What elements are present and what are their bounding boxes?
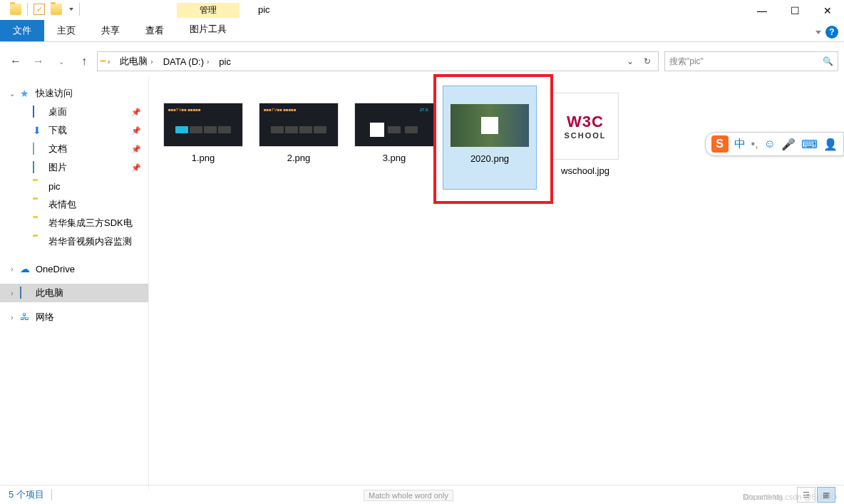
back-button[interactable]: ←	[6, 51, 26, 71]
search-input[interactable]: 搜索"pic" 🔍	[664, 51, 838, 71]
breadcrumb-label: 此电脑	[120, 55, 148, 68]
tree-item-documents[interactable]: 文档📌	[0, 140, 148, 158]
quick-access-toolbar: ✓	[0, 0, 80, 19]
recent-locations-icon[interactable]: ⌄	[51, 51, 71, 71]
breadcrumb-item[interactable]: DATA (D:)›	[160, 52, 215, 71]
tree-label: 桌面	[48, 106, 67, 118]
tree-item-pictures[interactable]: 图片📌	[0, 158, 148, 177]
tree-quick-access[interactable]: ⌄ ★ 快速访问	[0, 84, 148, 103]
close-button[interactable]: ✕	[811, 0, 844, 21]
address-dropdown-icon[interactable]: ⌄	[622, 53, 638, 69]
tree-this-pc[interactable]: ›此电脑	[0, 284, 148, 302]
folder-icon[interactable]	[51, 4, 62, 15]
file-name: 2.png	[287, 153, 311, 163]
thumbnail	[450, 103, 530, 148]
search-placeholder: 搜索"pic"	[669, 56, 704, 68]
ime-punct-icon[interactable]: •,	[751, 138, 758, 150]
tab-home[interactable]: 主页	[44, 20, 88, 41]
separator	[79, 3, 80, 16]
navigation-pane: ⌄ ★ 快速访问 桌面📌 ⬇下载📌 文档📌 图片📌 pic 表情包 岩华集成三方…	[0, 77, 149, 490]
window-title: pic	[258, 4, 270, 15]
tree-item-folder[interactable]: 表情包	[0, 195, 148, 214]
tab-share[interactable]: 共享	[88, 20, 133, 41]
properties-check-icon[interactable]: ✓	[34, 4, 45, 15]
chevron-right-icon[interactable]: ›	[9, 265, 16, 273]
w3c-logo-text: W3C	[567, 113, 604, 131]
chevron-right-icon[interactable]: ›	[9, 314, 16, 322]
titlebar: ✓ pic — ☐ ✕ 文件 主页 共享 查看 管理 图片工具 ?	[0, 0, 844, 41]
tree-label: 岩华集成三方SDK电	[48, 217, 133, 230]
tab-file[interactable]: 文件	[0, 20, 44, 41]
document-icon	[33, 143, 44, 155]
refresh-icon[interactable]: ↻	[639, 53, 655, 69]
thumbnail: ■■■TV■■ ■■■■■	[163, 103, 243, 147]
ribbon-collapse-icon[interactable]	[815, 31, 821, 34]
separator	[27, 3, 28, 16]
breadcrumb-label: DATA (D:)	[163, 56, 204, 67]
forward-button[interactable]: →	[29, 51, 48, 71]
tree-item-downloads[interactable]: ⬇下载📌	[0, 121, 148, 140]
file-name: 3.png	[383, 153, 406, 163]
qat-dropdown-icon[interactable]	[69, 8, 73, 11]
thumbnail: W3CSCHOOL	[552, 93, 619, 160]
navigation-bar: ← → ⌄ ↑ › 此电脑› DATA (D:)› pic ⌄ ↻ 搜索"pic…	[0, 46, 844, 77]
ime-language[interactable]: 中	[734, 137, 746, 152]
separator	[51, 489, 52, 500]
tab-picture-tools[interactable]: 图片工具	[177, 19, 240, 41]
ime-mic-icon[interactable]: 🎤	[781, 138, 796, 151]
file-item-selected[interactable]: 2020.png	[443, 86, 537, 190]
pin-icon: 📌	[131, 145, 141, 154]
tree-onedrive[interactable]: ›☁OneDrive	[0, 259, 148, 278]
tab-view[interactable]: 查看	[133, 20, 177, 41]
folder-icon	[10, 4, 21, 15]
folder-icon	[33, 236, 44, 247]
cloud-icon: ☁	[20, 263, 31, 274]
file-name: wschool.jpg	[561, 165, 609, 176]
pin-icon: 📌	[131, 163, 141, 173]
ime-toolbar[interactable]: S 中 •, ☺ 🎤 ⌨ 👤	[705, 132, 844, 156]
item-count: 5 个项目	[9, 488, 44, 501]
tree-label: pic	[48, 181, 61, 192]
desktop-icon	[33, 106, 44, 118]
download-icon: ⬇	[33, 125, 44, 136]
minimize-button[interactable]: —	[746, 0, 778, 21]
thumbnail: 27.0.	[354, 103, 434, 147]
file-item[interactable]: W3CSCHOOL wschool.jpg	[538, 86, 632, 190]
tree-item-folder[interactable]: 岩华集成三方SDK电	[0, 214, 148, 232]
tree-item-desktop[interactable]: 桌面📌	[0, 103, 148, 121]
tree-label: 下载	[48, 124, 67, 137]
tree-network[interactable]: ›🖧网络	[0, 308, 148, 326]
chevron-right-icon[interactable]: ›	[9, 289, 16, 297]
file-item[interactable]: ■■■TV■■ ■■■■■ 1.png	[156, 86, 250, 190]
sogou-icon[interactable]: S	[711, 135, 729, 153]
tree-label: 此电脑	[36, 287, 63, 299]
breadcrumb-item[interactable]: pic	[216, 52, 234, 71]
ribbon-border	[0, 41, 844, 42]
pc-icon	[20, 287, 31, 299]
thumbnail: ■■■TV■■ ■■■■■	[259, 103, 339, 147]
explorer-window: ✓ pic — ☐ ✕ 文件 主页 共享 查看 管理 图片工具 ? ←	[0, 0, 844, 504]
folder-icon	[33, 217, 44, 229]
ime-emoji-icon[interactable]: ☺	[764, 138, 776, 150]
file-item[interactable]: ■■■TV■■ ■■■■■ 2.png	[252, 86, 346, 190]
breadcrumb-item[interactable]: 此电脑›	[117, 52, 158, 71]
tree-item-folder[interactable]: pic	[0, 177, 148, 195]
maximize-button[interactable]: ☐	[778, 0, 811, 21]
tree-item-folder[interactable]: 岩华音视频内容监测	[0, 232, 148, 251]
up-button[interactable]: ↑	[74, 51, 94, 71]
address-bar[interactable]: › 此电脑› DATA (D:)› pic ⌄ ↻	[97, 51, 659, 71]
tree-label: 图片	[48, 161, 67, 174]
tree-label: OneDrive	[36, 264, 75, 274]
ime-user-icon[interactable]: 👤	[823, 138, 838, 151]
file-name: 2020.png	[470, 153, 509, 164]
file-item[interactable]: 27.0. 3.png	[347, 86, 441, 190]
pin-icon: 📌	[131, 108, 141, 117]
help-icon[interactable]: ?	[825, 26, 838, 38]
chevron-down-icon[interactable]: ⌄	[9, 90, 16, 98]
ribbon-help-area: ?	[815, 26, 838, 38]
tree-label: 快速访问	[36, 87, 73, 100]
window-controls: — ☐ ✕	[746, 0, 844, 21]
ime-keyboard-icon[interactable]: ⌨	[801, 138, 818, 151]
tree-label: 网络	[36, 311, 54, 324]
tree-label: 表情包	[48, 198, 76, 211]
